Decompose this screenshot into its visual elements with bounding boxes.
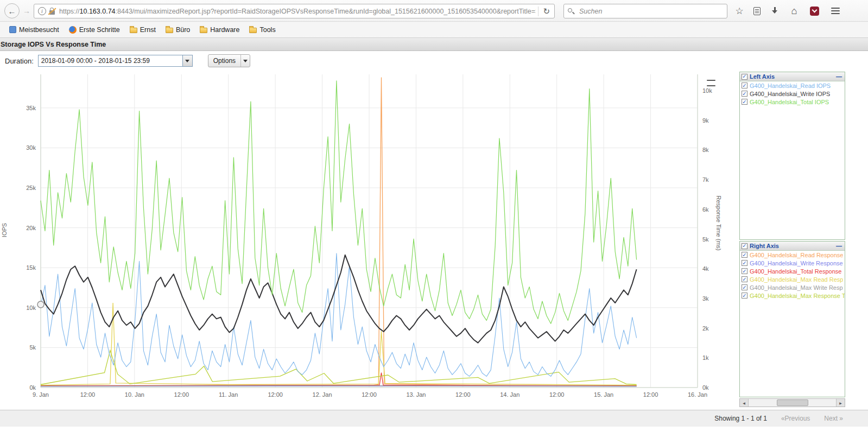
- series-line: [41, 303, 637, 385]
- svg-text:9k: 9k: [702, 117, 709, 124]
- svg-text:3k: 3k: [702, 295, 709, 302]
- url-bar[interactable]: i https://10.163.0.74:8443/mui/maximized…: [34, 4, 555, 18]
- report-titlebar: Storage IOPS Vs Response Time: [0, 38, 868, 51]
- options-label: Options: [208, 55, 240, 67]
- scrollbar-thumb[interactable]: [777, 399, 808, 406]
- series-toggle-total-response[interactable]: G400_Handelskai_Total Response: [740, 267, 845, 275]
- series-checkbox[interactable]: [742, 276, 747, 282]
- svg-text:5k: 5k: [702, 236, 709, 243]
- svg-text:8k: 8k: [702, 147, 709, 153]
- hamburger-menu-icon[interactable]: [828, 4, 842, 17]
- report-title: Storage IOPS Vs Response Time: [0, 41, 106, 48]
- svg-text:12:00: 12:00: [455, 391, 471, 398]
- series-checkbox[interactable]: [742, 82, 747, 88]
- svg-text:10k: 10k: [702, 87, 712, 94]
- svg-text:13. Jan: 13. Jan: [406, 391, 426, 398]
- svg-text:12:00: 12:00: [643, 391, 658, 398]
- chart-drag-handle[interactable]: [37, 301, 44, 308]
- folder-icon: [166, 28, 173, 33]
- scroll-right-icon[interactable]: ▶: [836, 399, 845, 407]
- browser-toolbar: ← → i https://10.163.0.74:8443/mui/maxim…: [0, 0, 868, 22]
- showing-count: Showing 1 - 1 of 1: [714, 415, 767, 422]
- home-icon[interactable]: ⌂: [787, 4, 801, 17]
- series-label: G400_Handelskai_Max Read Resp: [750, 276, 843, 283]
- bookmark-erste-schritte[interactable]: Erste Schritte: [64, 24, 125, 35]
- svg-text:7k: 7k: [702, 176, 709, 183]
- bookmark-folder-buero[interactable]: Büro: [161, 24, 195, 35]
- site-info-icon[interactable]: i: [38, 7, 46, 15]
- search-input[interactable]: [578, 7, 724, 16]
- series-toggle-read-response[interactable]: G400_Handelskai_Read Response: [740, 251, 845, 259]
- next-page-link[interactable]: Next »: [824, 415, 843, 422]
- pocket-icon[interactable]: [807, 4, 821, 17]
- url-path: :8443/mui/maximizedReport.jsp?reportId=R…: [116, 8, 536, 15]
- series-toggle-read-iops[interactable]: G400_Handelskai_Read IOPS: [740, 81, 845, 90]
- svg-text:6k: 6k: [702, 206, 709, 213]
- series-toggle-max-read-resp[interactable]: G400_Handelskai_Max Read Resp: [740, 275, 845, 283]
- svg-text:25k: 25k: [26, 185, 36, 191]
- search-icon[interactable]: [567, 8, 575, 15]
- duration-value: 2018-01-09 00:00 - 2018-01-15 23:59: [39, 57, 182, 65]
- scroll-left-icon[interactable]: ◀: [740, 399, 749, 407]
- series-toggle-write-iops[interactable]: G400_Handelskai_Write IOPS: [740, 90, 845, 98]
- svg-text:0k: 0k: [29, 384, 36, 391]
- right-axis-title: Response Time (ms): [715, 189, 722, 257]
- left-axis-panel-header: Left Axis —: [740, 72, 845, 81]
- duration-dropdown-button[interactable]: [182, 55, 192, 66]
- svg-text:12. Jan: 12. Jan: [313, 391, 332, 398]
- svg-text:12:00: 12:00: [174, 391, 189, 398]
- url-scheme: https://: [59, 8, 80, 15]
- series-line: [41, 78, 637, 386]
- previous-page-link[interactable]: «Previous: [781, 415, 810, 422]
- url-host: 10.163.0.74: [80, 8, 116, 15]
- bookmarks-menu-icon[interactable]: [750, 4, 764, 17]
- right-axis-panel: Right Axis — G400_Handelskai_Read Respon…: [739, 241, 845, 397]
- svg-text:30k: 30k: [26, 144, 36, 151]
- series-label: G400_Handelskai_Total IOPS: [750, 99, 829, 105]
- options-caret[interactable]: [240, 55, 250, 67]
- svg-text:15k: 15k: [26, 264, 36, 271]
- collapse-icon[interactable]: —: [836, 73, 843, 80]
- series-checkbox[interactable]: [742, 293, 747, 299]
- downloads-icon[interactable]: [768, 4, 782, 17]
- series-checkbox[interactable]: [742, 260, 747, 266]
- bookmark-folder-hardware[interactable]: Hardware: [195, 24, 244, 35]
- insecure-lock-icon[interactable]: [48, 7, 56, 16]
- search-bar[interactable]: [563, 4, 727, 18]
- chart-context-menu-icon[interactable]: [707, 79, 718, 88]
- scrollbar-track[interactable]: [749, 399, 836, 407]
- series-checkbox[interactable]: [742, 99, 747, 105]
- series-toggle-max-write-resp[interactable]: G400_Handelskai_Max Write Resp: [740, 283, 845, 291]
- series-checkbox[interactable]: [742, 284, 747, 290]
- sidebar-scrollbar[interactable]: ◀ ▶: [739, 398, 845, 407]
- svg-text:12:00: 12:00: [80, 391, 96, 398]
- duration-select[interactable]: 2018-01-09 00:00 - 2018-01-15 23:59: [38, 55, 193, 67]
- series-checkbox[interactable]: [742, 252, 747, 258]
- bookmark-folder-tools[interactable]: Tools: [244, 24, 280, 35]
- series-line: [41, 386, 637, 386]
- bookmark-star-icon[interactable]: ☆: [732, 4, 746, 17]
- chart-canvas[interactable]: 9. Jan12:0010. Jan12:0011. Jan12:0012. J…: [0, 71, 733, 404]
- series-label: G400_Handelskai_Total Response: [750, 268, 841, 275]
- left-axis-checkbox[interactable]: [742, 74, 747, 80]
- series-checkbox[interactable]: [742, 268, 747, 274]
- svg-text:14. Jan: 14. Jan: [500, 391, 519, 398]
- firefox-icon: [69, 26, 77, 34]
- bookmark-folder-ernst[interactable]: Ernst: [125, 24, 161, 35]
- svg-text:15. Jan: 15. Jan: [594, 391, 613, 398]
- bookmarks-bar: Meistbesucht Erste Schritte Ernst Büro H…: [0, 22, 868, 38]
- bookmark-meistbesucht[interactable]: Meistbesucht: [4, 24, 64, 35]
- series-toggle-total-iops[interactable]: G400_Handelskai_Total IOPS: [740, 98, 845, 106]
- forward-button[interactable]: →: [22, 6, 31, 16]
- right-axis-checkbox[interactable]: [742, 243, 747, 249]
- collapse-icon[interactable]: —: [836, 243, 843, 249]
- options-button[interactable]: Options: [208, 54, 250, 67]
- chart-region: 9. Jan12:0010. Jan12:0011. Jan12:0012. J…: [0, 71, 868, 410]
- back-button[interactable]: ←: [4, 3, 20, 18]
- series-toggle-write-response[interactable]: G400_Handelskai_Write Response: [740, 259, 845, 267]
- url-divider: [538, 7, 538, 16]
- series-checkbox[interactable]: [742, 91, 747, 97]
- svg-text:12:00: 12:00: [362, 391, 377, 398]
- series-toggle-max-response-t[interactable]: G400_Handelskai_Max Response T: [740, 291, 845, 300]
- reload-button[interactable]: ↻: [541, 7, 552, 16]
